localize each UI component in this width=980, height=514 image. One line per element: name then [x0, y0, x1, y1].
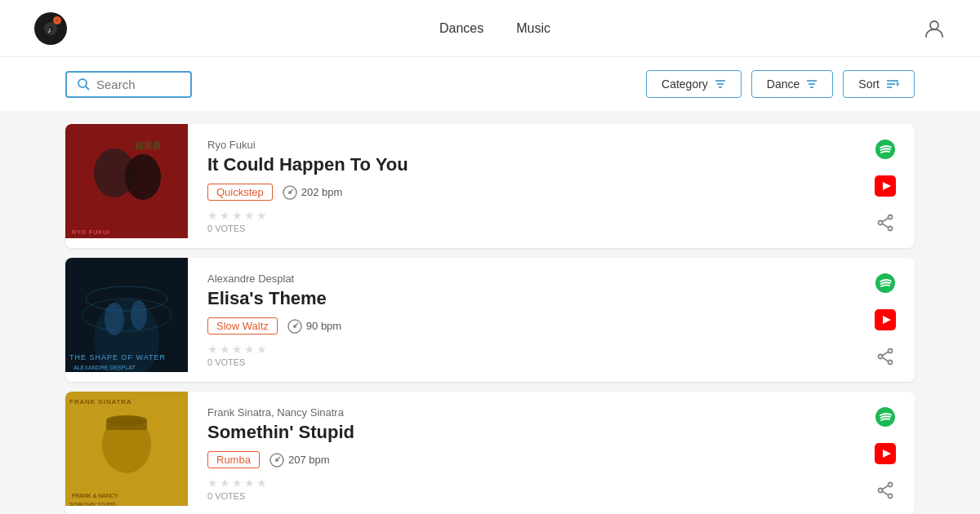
toolbar: Category Dance Sort [0, 57, 980, 111]
category-filter-button[interactable]: Category [646, 70, 742, 98]
logo[interactable]: ♪ [33, 11, 69, 47]
share-button-2[interactable] [872, 343, 898, 370]
metronome-icon-3 [270, 453, 284, 467]
youtube-button-3[interactable] [872, 441, 898, 467]
svg-point-30 [889, 215, 893, 219]
svg-line-33 [883, 219, 889, 222]
svg-point-26 [288, 191, 292, 194]
sort-button[interactable]: Sort [843, 70, 915, 98]
stars-3[interactable]: ★ ★ ★ ★ ★ [207, 476, 836, 490]
svg-line-34 [883, 224, 889, 228]
filter-icon [715, 78, 726, 90]
stars-1[interactable]: ★ ★ ★ ★ ★ [207, 209, 836, 222]
bpm-2: 90 bpm [287, 319, 341, 334]
youtube-button-1[interactable] [872, 173, 898, 199]
song-actions-2 [856, 258, 915, 382]
youtube-button-2[interactable] [872, 307, 898, 333]
main-nav: Dances Music [69, 21, 921, 36]
svg-text:FRANK SINATRA: FRANK SINATRA [69, 398, 131, 405]
artist-name-1: Ryo Fukui [207, 139, 836, 151]
song-info-3: Frank Sinatra, Nancy Sinatra Somethin' S… [188, 392, 856, 514]
svg-text:ALEXANDRE DESPLAT: ALEXANDRE DESPLAT [74, 365, 136, 370]
svg-point-44 [293, 325, 296, 328]
dance-filter-button[interactable]: Dance [751, 70, 833, 98]
dance-tag-1[interactable]: Quickstep [207, 184, 273, 201]
song-title-2: Elisa's Theme [207, 288, 836, 309]
filter-buttons: Category Dance Sort [646, 70, 915, 98]
sort-label: Sort [858, 78, 880, 91]
svg-text:THE SHAPE OF WATER: THE SHAPE OF WATER [69, 353, 166, 361]
song-card-3: FRANK SINATRA FRANK & NANCY SOMETHIN' ST… [65, 392, 915, 514]
song-list: SCENERY 福居良 RYO FUKUI Ryo Fukui It Could… [0, 111, 980, 514]
song-title-1: It Could Happen To You [207, 154, 836, 175]
filter-icon-2 [806, 78, 817, 90]
svg-line-69 [883, 492, 889, 495]
song-meta-2: Slow Waltz 90 bpm [207, 317, 836, 335]
svg-point-65 [889, 483, 893, 487]
logo-disc: ♪ [33, 11, 69, 47]
votes-1: 0 VOTES [207, 224, 836, 233]
nav-music[interactable]: Music [516, 21, 550, 36]
song-meta-1: Quickstep 202 bpm [207, 184, 836, 201]
votes-3: 0 VOTES [207, 491, 836, 501]
artist-name-3: Frank Sinatra, Nancy Sinatra [207, 406, 836, 419]
svg-point-66 [889, 494, 893, 498]
svg-point-50 [879, 355, 883, 359]
svg-point-38 [131, 300, 147, 330]
album-art-1: SCENERY 福居良 RYO FUKUI [65, 124, 188, 238]
song-card-1: SCENERY 福居良 RYO FUKUI Ryo Fukui It Could… [65, 124, 915, 248]
song-info-1: Ryo Fukui It Could Happen To You Quickst… [188, 124, 856, 248]
search-box[interactable] [65, 71, 192, 98]
svg-line-52 [883, 358, 889, 361]
share-button-3[interactable] [872, 477, 898, 503]
category-label: Category [662, 78, 708, 91]
song-card-2: THE SHAPE OF WATER ALEXANDRE DESPLAT Ale… [65, 258, 915, 382]
metronome-icon-1 [283, 185, 297, 200]
search-icon [77, 78, 90, 91]
svg-point-31 [889, 227, 893, 231]
bpm-1: 202 bpm [283, 185, 343, 200]
song-meta-3: Rumba 207 bpm [207, 451, 836, 468]
album-art-2: THE SHAPE OF WATER ALEXANDRE DESPLAT [65, 258, 188, 372]
svg-line-8 [86, 86, 89, 90]
svg-text:♪: ♪ [47, 25, 51, 34]
album-art-3: FRANK SINATRA FRANK & NANCY SOMETHIN' ST… [65, 392, 188, 506]
svg-rect-23 [65, 124, 188, 238]
dance-tag-2[interactable]: Slow Waltz [207, 317, 278, 335]
bpm-3: 207 bpm [270, 453, 330, 467]
share-button-1[interactable] [872, 210, 898, 236]
svg-point-67 [879, 489, 883, 493]
search-input[interactable] [96, 78, 178, 91]
spotify-button-3[interactable] [872, 404, 898, 430]
metronome-icon-2 [287, 319, 302, 334]
svg-point-49 [889, 361, 893, 365]
svg-point-48 [889, 349, 893, 353]
votes-2: 0 VOTES [207, 357, 836, 367]
svg-point-6 [930, 21, 938, 29]
spotify-button-1[interactable] [872, 136, 898, 162]
song-title-3: Somethin' Stupid [207, 422, 836, 443]
spotify-button-2[interactable] [872, 270, 898, 296]
svg-text:SOMETHIN' STUPID: SOMETHIN' STUPID [69, 502, 116, 506]
dance-tag-3[interactable]: Rumba [207, 451, 260, 468]
stars-2[interactable]: ★ ★ ★ ★ ★ [207, 343, 836, 356]
header: ♪ Dances Music [0, 0, 980, 57]
song-actions-1 [856, 124, 915, 248]
svg-point-32 [879, 221, 883, 225]
svg-point-7 [78, 79, 87, 87]
svg-point-61 [275, 459, 278, 462]
svg-line-51 [883, 352, 889, 356]
svg-point-56 [106, 415, 147, 425]
svg-text:FRANK & NANCY: FRANK & NANCY [72, 493, 118, 498]
svg-point-4 [56, 19, 59, 22]
dance-label: Dance [767, 78, 800, 91]
artist-name-2: Alexandre Desplat [207, 273, 836, 285]
song-info-2: Alexandre Desplat Elisa's Theme Slow Wal… [188, 258, 856, 382]
sort-icon [886, 78, 899, 90]
svg-line-68 [883, 486, 889, 490]
song-actions-3 [856, 392, 915, 514]
nav-dances[interactable]: Dances [439, 21, 483, 36]
svg-text:RYO FUKUI: RYO FUKUI [72, 229, 110, 235]
user-icon[interactable] [921, 16, 947, 42]
